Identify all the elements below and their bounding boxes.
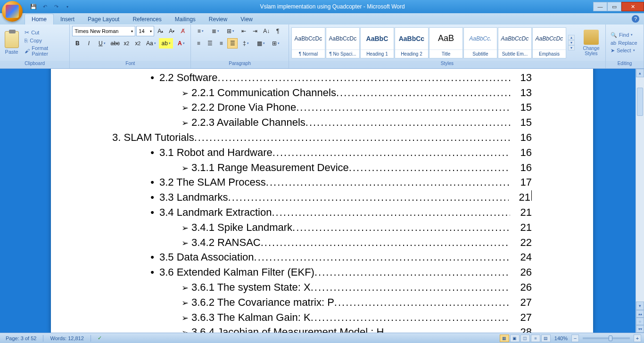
scroll-down-button[interactable]: ▾ [636,302,644,310]
select-button[interactable]: ➤Select▾ [609,47,639,54]
document-area[interactable]: ➢2.1.2 About Parrot 11•2.2 Software 13➢2… [0,69,644,333]
toc-text: 3.4.1 Spike Landmark [191,220,292,235]
prev-page-button[interactable]: ▴▴ [636,310,644,318]
toc-dots [311,310,510,326]
toc-dots [218,71,510,86]
bold-button[interactable]: B [72,38,83,49]
draft-view[interactable]: ▤ [541,335,551,342]
sort-button[interactable]: A↓ [261,26,272,36]
tab-view[interactable]: View [234,14,259,24]
subscript-button[interactable]: x2 [121,38,132,49]
align-right-button[interactable]: ≡ [216,38,226,49]
numbering-button[interactable]: ≣▾ [208,26,223,36]
increase-indent-button[interactable]: ⇥ [250,26,260,36]
zoom-slider[interactable] [583,337,630,339]
bullets-button[interactable]: ≡▾ [193,26,207,36]
style-item-2[interactable]: AaBbCHeading 1 [360,27,394,58]
qat-customize-icon[interactable]: ▾ [63,2,72,11]
office-button[interactable] [2,1,23,22]
format-painter-button[interactable]: 🖌Format Painter [23,45,67,57]
tab-review[interactable]: Review [202,14,234,24]
styles-expand[interactable]: ▾ [568,45,575,50]
decrease-indent-button[interactable]: ⇤ [239,26,249,36]
toc-page-number: 11 [510,69,532,70]
scroll-up-button[interactable]: ▴ [636,69,644,77]
web-layout-view[interactable]: ◫ [520,335,530,342]
style-item-6[interactable]: AaBbCcDcSubtle Em... [498,27,532,58]
bullet-icon: • [145,146,159,160]
tab-references[interactable]: References [126,14,168,24]
style-item-3[interactable]: AaBbCcHeading 2 [395,27,429,58]
underline-button[interactable]: U▾ [95,38,109,49]
strikethrough-button[interactable]: abc [110,38,120,49]
superscript-button[interactable]: x2 [132,38,143,49]
tab-page-layout[interactable]: Page Layout [81,14,126,24]
cut-button[interactable]: ✂Cut [23,29,67,36]
justify-button[interactable]: ☰ [227,38,238,49]
toc-line: •3.5 Data Association 24 [112,250,532,265]
copy-button[interactable]: ⎘Copy [23,37,67,44]
show-hide-button[interactable]: ¶ [272,26,283,36]
zoom-in-button[interactable]: + [634,335,641,342]
full-screen-view[interactable]: ▣ [510,335,520,342]
styles-scroll-down[interactable]: ▾ [568,40,575,45]
tab-insert[interactable]: Insert [54,14,81,24]
document-page[interactable]: ➢2.1.2 About Parrot 11•2.2 Software 13➢2… [51,69,593,333]
replace-button[interactable]: abReplace [609,40,639,46]
spellcheck-icon[interactable]: ✓ [95,335,105,341]
highlight-button[interactable]: ab▾ [159,38,173,49]
shrink-font-button[interactable]: A▾ [166,26,177,36]
font-color-button[interactable]: A▾ [174,38,188,49]
style-item-0[interactable]: AaBbCcDc¶ Normal [291,27,325,58]
font-size-selector[interactable]: 14▾ [136,26,154,36]
find-button[interactable]: 🔍Find▾ [609,32,639,39]
toc-line: ➢3.6.4 Jacobian of Measurement Model : H… [112,325,532,333]
paste-icon [5,31,19,48]
style-item-4[interactable]: AaBTitle [429,27,463,58]
next-page-button[interactable]: ▾▾ [636,325,644,333]
italic-button[interactable]: I [83,38,94,49]
clear-formatting-button[interactable]: A̸ [178,26,188,36]
maximize-button[interactable]: ▭ [607,2,621,11]
toc-text: 3.5 Data Association [159,250,254,265]
print-layout-view[interactable]: ▦ [500,335,509,342]
scroll-thumb[interactable] [637,88,643,116]
arrow-icon: ➢ [178,327,191,333]
align-left-button[interactable]: ≡ [193,38,204,49]
font-name-selector[interactable]: Times New Roman▾ [72,26,135,36]
styles-scroll-up[interactable]: ▴ [568,35,575,40]
paste-button[interactable]: Paste [2,31,21,55]
save-icon[interactable]: 💾 [29,2,38,11]
zoom-out-button[interactable]: − [571,335,579,342]
page-indicator[interactable]: Page: 3 of 52 [3,335,39,341]
toc-dots [292,220,510,236]
multilevel-list-button[interactable]: ⊞▾ [223,26,238,36]
undo-icon[interactable]: ↶ [41,2,49,11]
minimize-button[interactable]: — [593,2,607,11]
text-cursor [531,190,532,201]
word-count[interactable]: Words: 12,812 [47,335,86,341]
change-case-button[interactable]: Aa▾ [144,38,158,49]
align-center-button[interactable]: ☰ [205,38,215,49]
style-item-5[interactable]: AaBbCc.Subtitle [463,27,497,58]
toc-line: ➢3.4.1 Spike Landmark 21 [112,220,532,236]
tab-mailings[interactable]: Mailings [168,14,202,24]
style-item-1[interactable]: AaBbCcDc¶ No Spaci... [326,27,360,58]
zoom-slider-thumb[interactable] [609,335,612,341]
outline-view[interactable]: ≡ [531,335,540,342]
change-styles-button[interactable]: Change Styles [579,30,603,56]
toc-text: 3.1.1 Range Measurement Device [191,161,349,175]
toc-page-number: 26 [510,265,532,280]
help-button[interactable]: ? [632,15,639,23]
grow-font-button[interactable]: A▴ [155,26,165,36]
redo-icon[interactable]: ↷ [52,2,60,11]
line-spacing-button[interactable]: ‡▾ [239,38,253,49]
shading-button[interactable]: ▦▾ [254,38,268,49]
close-button[interactable]: ✕ [621,2,644,11]
browse-object-button[interactable]: ○ [636,318,644,325]
borders-button[interactable]: ⊞▾ [269,38,283,49]
tab-home[interactable]: Home [25,14,54,24]
toc-dots [349,161,510,176]
zoom-level[interactable]: 140% [552,335,570,341]
style-item-7[interactable]: AaBbCcDcEmphasis [532,27,566,58]
